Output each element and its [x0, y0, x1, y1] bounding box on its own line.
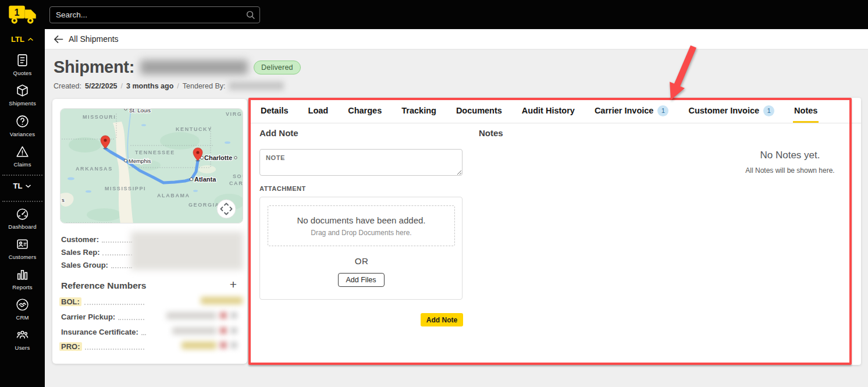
- page-title: Shipment: Delivered: [54, 58, 301, 77]
- sidebar-item-label: Reports: [12, 284, 33, 290]
- breadcrumb-all-shipments[interactable]: All Shipments: [69, 34, 119, 44]
- reference-numbers-title: Reference Numbers: [61, 281, 146, 291]
- chevron-down-icon: [25, 184, 31, 189]
- insurance-certificate-label: Insurance Certificate:: [61, 328, 138, 336]
- dropzone-subtitle: Drag and Drop Documents here.: [311, 229, 411, 237]
- search-icon[interactable]: [246, 10, 255, 20]
- variances-icon: [15, 114, 30, 129]
- redacted-shipment-number: [140, 60, 248, 74]
- route-map[interactable]: MISSOURI KENTUCKY TENNESSEE ARKANSAS MIS…: [60, 108, 243, 223]
- sales-rep-label: Sales Rep:: [61, 248, 99, 257]
- document-dropzone[interactable]: No documents have been added. Drag and D…: [268, 205, 455, 246]
- map-expand-button[interactable]: [217, 200, 236, 218]
- tab-documents[interactable]: Documents: [455, 105, 503, 121]
- quotes-icon: [15, 53, 30, 68]
- app-root: 1 LTL Quotes Shipments: [0, 0, 868, 387]
- notes-empty-title: No Notes yet.: [714, 150, 866, 161]
- created-label: Created:: [54, 82, 81, 90]
- sidebar-divider: [2, 175, 42, 176]
- state-label: CAROL: [229, 180, 243, 186]
- sidebar-item-reports[interactable]: Reports: [0, 267, 45, 290]
- add-reference-button[interactable]: +: [230, 278, 237, 290]
- tab-details[interactable]: Details: [259, 105, 290, 121]
- city-label-st-louis: St. Louis: [129, 109, 151, 113]
- state-label: VIRGINI: [226, 111, 243, 117]
- users-icon: [15, 328, 30, 342]
- sidebar-item-customers[interactable]: Customers: [0, 237, 45, 260]
- dashboard-icon: [15, 207, 30, 221]
- city-label-memphis: Memphis: [129, 158, 151, 164]
- truck-logo-icon[interactable]: 1: [8, 4, 38, 25]
- field-sales-group: Sales Group:: [61, 260, 132, 269]
- reference-row-pro: PRO:: [61, 340, 144, 351]
- created-relative: 3 months ago: [126, 82, 173, 90]
- map-label-fragment: s: [62, 197, 65, 203]
- add-files-button[interactable]: Add Files: [337, 273, 384, 287]
- reference-row-carrier-pickup: Carrier Pickup:: [61, 311, 144, 321]
- sidebar-item-label: Claims: [13, 161, 31, 168]
- tab-tracking[interactable]: Tracking: [400, 105, 437, 121]
- back-arrow-icon[interactable]: [54, 35, 63, 44]
- sidebar-item-shipments[interactable]: Shipments: [0, 83, 45, 106]
- sidebar-section-ltl[interactable]: LTL: [0, 35, 45, 44]
- status-badge: Delivered: [254, 61, 301, 74]
- sidebar-item-claims[interactable]: Claims: [0, 144, 45, 168]
- sidebar-item-label: Users: [15, 345, 30, 351]
- or-label: OR: [260, 256, 463, 266]
- search-input[interactable]: [49, 6, 260, 23]
- note-textarea[interactable]: [259, 149, 463, 176]
- sidebar-item-label: Dashboard: [8, 223, 36, 230]
- carrier-invoice-count-badge: 1: [657, 105, 668, 116]
- sidebar-item-label: Shipments: [9, 100, 36, 106]
- ltl-label: LTL: [11, 35, 24, 44]
- redacted-tendered-by: [229, 81, 284, 90]
- shipment-summary-card: MISSOURI KENTUCKY TENNESSEE ARKANSAS MIS…: [52, 99, 247, 364]
- tendered-by-label: Tendered By:: [183, 82, 226, 90]
- dropzone-title: No documents have been added.: [297, 215, 426, 225]
- carrier-pickup-label: Carrier Pickup:: [61, 313, 115, 321]
- sidebar-item-label: Variances: [10, 131, 35, 137]
- shipments-icon: [15, 83, 30, 98]
- state-label: SOUT: [233, 173, 243, 179]
- tab-customer-invoice[interactable]: Customer Invoice 1: [687, 105, 775, 121]
- bol-label: BOL:: [59, 297, 81, 306]
- tab-notes[interactable]: Notes: [793, 105, 819, 123]
- redacted-action-icon: [220, 342, 227, 349]
- search-container: [49, 6, 260, 23]
- redacted-insurance-value: [172, 327, 216, 335]
- sidebar-item-variances[interactable]: Variances: [0, 114, 45, 137]
- sidebar-item-label: Customers: [9, 254, 37, 260]
- separator: /: [177, 82, 179, 90]
- notes-title: Notes: [479, 128, 503, 138]
- breadcrumb: All Shipments: [45, 29, 868, 49]
- sidebar-section-tl[interactable]: TL: [0, 182, 45, 190]
- redacted-action-icon: [230, 342, 237, 349]
- notes-empty-state: No Notes yet. All Notes will be shown he…: [714, 150, 866, 175]
- tab-carrier-invoice[interactable]: Carrier Invoice 1: [593, 105, 670, 121]
- state-label: KENTUCKY: [176, 126, 212, 132]
- created-date: 5/22/2025: [85, 82, 118, 90]
- chevron-up-icon: [27, 37, 34, 42]
- sidebar-item-crm[interactable]: CRM: [0, 297, 45, 321]
- separator: /: [121, 82, 123, 90]
- tab-audit-history[interactable]: Audit History: [521, 105, 576, 121]
- svg-text:1: 1: [15, 7, 20, 17]
- shipment-meta: Created: 5/22/2025 / 3 months ago / Tend…: [54, 81, 284, 90]
- tab-charges[interactable]: Charges: [347, 105, 383, 121]
- sidebar-item-quotes[interactable]: Quotes: [0, 53, 45, 76]
- tabs-divider: [248, 123, 861, 123]
- reference-row-bol: BOL:: [61, 296, 144, 306]
- state-label: MISSOURI: [83, 114, 116, 120]
- add-note-button[interactable]: Add Note: [421, 313, 463, 326]
- field-customer: Customer:: [61, 234, 132, 244]
- crm-icon: [15, 297, 30, 312]
- sidebar-item-dashboard[interactable]: Dashboard: [0, 207, 45, 230]
- customer-invoice-count-badge: 1: [763, 105, 774, 116]
- tab-load[interactable]: Load: [307, 105, 330, 121]
- sales-group-label: Sales Group:: [61, 261, 108, 269]
- city-label-atlanta: Atlanta: [194, 176, 216, 183]
- state-label: GEORGIA: [188, 202, 220, 208]
- notes-empty-subtitle: All Notes will be shown here.: [714, 166, 866, 175]
- pro-label: PRO:: [59, 342, 82, 351]
- sidebar-item-users[interactable]: Users: [0, 328, 45, 351]
